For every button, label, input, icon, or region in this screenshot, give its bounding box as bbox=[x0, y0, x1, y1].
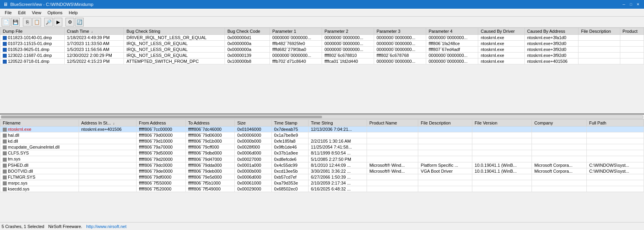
menu-help[interactable]: Help bbox=[66, 9, 81, 16]
table-row[interactable]: 123022-11687-01.dmp12/30/2022 2:00:29 PM… bbox=[0, 53, 644, 58]
file-icon bbox=[3, 181, 7, 185]
table-row[interactable]: 010723-11515-01.dmp1/7/2023 11:33:50 AMI… bbox=[0, 41, 644, 47]
crashes-rows: 011823-10140-01.dmp1/18/2023 4:49:39 PMD… bbox=[0, 35, 644, 64]
sort-arrow-crash-time: ↓ bbox=[91, 30, 93, 34]
file-icon bbox=[3, 140, 7, 143]
file-icon bbox=[3, 170, 7, 173]
bottom-table-header: Filename Address In St... ↓ From Address… bbox=[0, 120, 644, 126]
nirsoft-link[interactable]: http://www.nirsoft.net bbox=[86, 224, 126, 229]
file-icon bbox=[3, 151, 7, 155]
menu-file[interactable]: File bbox=[2, 9, 15, 16]
col-dump-file[interactable]: Dump File bbox=[0, 28, 65, 35]
settings-button[interactable]: ⚙ bbox=[66, 18, 74, 26]
save-button[interactable]: 💾 bbox=[11, 18, 20, 26]
col-size[interactable]: Size bbox=[235, 120, 271, 126]
app-icon: 🖥 bbox=[3, 2, 8, 7]
new-button[interactable]: 📄 bbox=[2, 18, 10, 26]
list-item[interactable]: PSHED.dllfffff806`79dc0000fffff806`79dda… bbox=[0, 162, 644, 168]
titlebar: 🖥 BlueScreenView - C:\WINDOWS\Minidump ─… bbox=[0, 0, 644, 9]
modules-rows: ntoskrnl.exentoskrnl.exe+401506fffff806`… bbox=[0, 126, 644, 192]
col-filename[interactable]: Filename bbox=[0, 120, 79, 126]
list-item[interactable]: ntoskrnl.exentoskrnl.exe+401506fffff806`… bbox=[0, 126, 644, 132]
col-bug-check-string[interactable]: Bug Check String bbox=[124, 28, 225, 35]
col-file-desc[interactable]: File Description bbox=[578, 28, 620, 35]
file-icon bbox=[3, 164, 7, 168]
col-time-stamp[interactable]: Time Stamp bbox=[271, 120, 308, 126]
file-icon bbox=[3, 158, 7, 162]
col-product-name[interactable]: Product Name bbox=[367, 120, 418, 126]
top-scrollbar[interactable] bbox=[0, 115, 644, 119]
menu-edit[interactable]: Edit bbox=[15, 9, 29, 16]
crashes-table: Dump File Crash Time ↓ Bug Check String … bbox=[0, 28, 644, 64]
list-item[interactable]: kd.dllfffff806`79d10000fffff806`79d1b000… bbox=[0, 138, 644, 144]
file-icon bbox=[3, 187, 7, 191]
list-item[interactable]: mcupdate_GenuineIntel.dllfffff806`79a700… bbox=[0, 144, 644, 150]
col-company[interactable]: Company bbox=[532, 120, 587, 126]
file-icon bbox=[3, 145, 7, 149]
list-item[interactable]: hal.dllfffff806`79d00000fffff806`79d0600… bbox=[0, 132, 644, 138]
modules-panel[interactable]: Filename Address In St... ↓ From Address… bbox=[0, 119, 644, 222]
paste-button[interactable]: 📋 bbox=[32, 18, 41, 26]
col-product[interactable]: Product bbox=[620, 28, 644, 35]
col-full-path[interactable]: Full Path bbox=[586, 120, 644, 126]
sort-arrow-addr: ↓ bbox=[113, 122, 114, 125]
dump-icon bbox=[3, 36, 7, 40]
col-crash-time[interactable]: Crash Time ↓ bbox=[64, 28, 124, 35]
col-bug-check-code[interactable]: Bug Check Code bbox=[225, 28, 270, 35]
crashes-panel[interactable]: Dump File Crash Time ↓ Bug Check String … bbox=[0, 28, 644, 115]
nirsoft-text: NirSoft Freeware. bbox=[48, 224, 82, 229]
list-item[interactable]: msrpc.sysfffff806`7f550000fffff806`7f5b1… bbox=[0, 180, 644, 186]
table-row[interactable]: 010523-9625-01.dmp1/5/2023 11:56:56 AMIR… bbox=[0, 47, 644, 53]
menubar: File Edit View Options Help bbox=[0, 9, 644, 17]
file-icon bbox=[3, 128, 7, 132]
refresh-button[interactable]: 🔄 bbox=[75, 18, 84, 26]
col-to-address[interactable]: To Address bbox=[185, 120, 235, 126]
col-file-version[interactable]: File Version bbox=[472, 120, 532, 126]
col-param3[interactable]: Parameter 3 bbox=[374, 28, 426, 35]
maximize-button[interactable]: □ bbox=[628, 2, 634, 7]
dump-icon bbox=[3, 42, 7, 46]
file-icon bbox=[3, 175, 7, 179]
top-table-header: Dump File Crash Time ↓ Bug Check String … bbox=[0, 28, 644, 35]
window-title: BlueScreenView - C:\WINDOWS\Minidump bbox=[10, 2, 94, 7]
dump-icon bbox=[3, 60, 7, 64]
run-button[interactable]: ▶ bbox=[54, 18, 62, 26]
toolbar: 📄 💾 ⎘ 📋 🔎 ▶ ⚙ 🔄 bbox=[0, 17, 644, 28]
menu-options[interactable]: Options bbox=[44, 9, 66, 16]
modules-table: Filename Address In St... ↓ From Address… bbox=[0, 119, 644, 192]
col-address-in-st[interactable]: Address In St... ↓ bbox=[79, 120, 136, 126]
statusbar: 5 Crashes, 1 Selected NirSoft Freeware. … bbox=[0, 222, 644, 230]
copy-button[interactable]: ⎘ bbox=[23, 18, 32, 26]
dump-icon bbox=[3, 54, 7, 58]
list-item[interactable]: ksecdd.sysfffff806`7f520000fffff806`7f54… bbox=[0, 186, 644, 192]
find-button[interactable]: 🔎 bbox=[44, 18, 53, 26]
col-file-description[interactable]: File Description bbox=[418, 120, 472, 126]
col-caused-by-driver[interactable]: Caused By Driver bbox=[478, 28, 524, 35]
col-time-string[interactable]: Time String bbox=[308, 120, 367, 126]
menu-view[interactable]: View bbox=[29, 9, 45, 16]
col-from-address[interactable]: From Address bbox=[136, 120, 185, 126]
list-item[interactable]: tm.sysfffff806`79d20000fffff806`79d47000… bbox=[0, 156, 644, 162]
col-param4[interactable]: Parameter 4 bbox=[426, 28, 478, 35]
col-param2[interactable]: Parameter 2 bbox=[322, 28, 374, 35]
main-content: Dump File Crash Time ↓ Bug Check String … bbox=[0, 28, 644, 222]
col-param1[interactable]: Parameter 1 bbox=[270, 28, 322, 35]
file-icon bbox=[3, 134, 7, 138]
table-row[interactable]: 011823-10140-01.dmp1/18/2023 4:49:39 PMD… bbox=[0, 35, 644, 41]
list-item[interactable]: BOOTVID.dllfffff806`79de0000fffff806`79d… bbox=[0, 168, 644, 174]
status-text: 5 Crashes, 1 Selected bbox=[2, 224, 44, 229]
table-row[interactable]: 120522-9718-01.dmp12/5/2022 4:15:23 PMAT… bbox=[0, 58, 644, 64]
dump-icon bbox=[3, 48, 7, 52]
col-caused-by-address[interactable]: Caused By Address bbox=[524, 28, 578, 35]
minimize-button[interactable]: ─ bbox=[621, 2, 627, 7]
list-item[interactable]: FLTMGR.SYSfffff806`79df0000fffff806`79e5… bbox=[0, 174, 644, 180]
close-button[interactable]: ✕ bbox=[635, 2, 641, 7]
list-item[interactable]: CLFS.SYSfffff806`79d50000fffff806`79dbd0… bbox=[0, 150, 644, 156]
